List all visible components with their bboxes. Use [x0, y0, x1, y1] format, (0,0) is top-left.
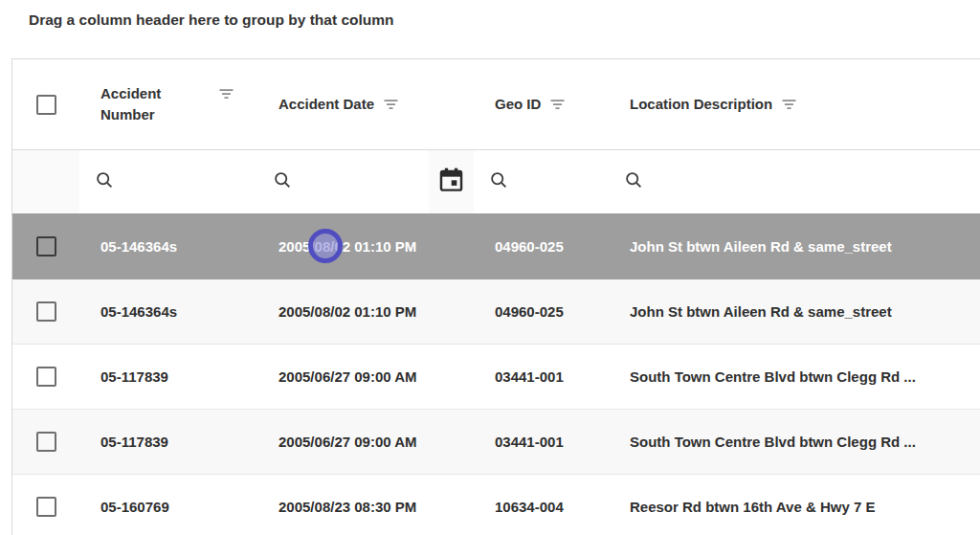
table-row[interactable]: 05-117839 2005/06/27 09:00 AM 03441-001 … — [12, 410, 980, 475]
column-title-location-description: Location Description — [630, 94, 772, 115]
column-title-geo-id: Geo ID — [495, 94, 541, 115]
filter-input-location-description[interactable] — [609, 150, 980, 213]
row-checkbox[interactable] — [36, 432, 56, 452]
row-checkbox-cell — [12, 475, 79, 535]
cell-accident-date: 2005/08/02 01:10 PM — [257, 213, 474, 279]
row-checkbox[interactable] — [36, 301, 56, 322]
cell-geo-id: 04960-025 — [474, 213, 609, 279]
header-filter-icon[interactable] — [383, 99, 399, 111]
row-checkbox-cell — [12, 213, 79, 279]
date-picker-button[interactable] — [429, 150, 474, 213]
filter-cell-accident-date — [257, 150, 474, 213]
cell-geo-id: 04960-025 — [474, 279, 609, 344]
cell-accident-date: 2005/08/02 01:10 PM — [257, 279, 474, 344]
cell-accident-number: 05-146364s — [79, 279, 257, 344]
search-icon — [624, 170, 644, 194]
table-row[interactable]: 05-146364s 2005/08/02 01:10 PM 04960-025… — [12, 279, 980, 345]
row-checkbox-cell — [12, 410, 79, 474]
header-filter-icon[interactable] — [781, 99, 797, 111]
cell-accident-number: 05-117839 — [79, 345, 257, 409]
cell-accident-number: 05-117839 — [79, 410, 257, 474]
header-filter-icon[interactable] — [218, 88, 234, 100]
filter-input-accident-number[interactable] — [79, 150, 257, 213]
cell-geo-id: 10634-004 — [474, 475, 609, 535]
column-title-accident-date: Accident Date — [278, 94, 374, 115]
cell-location-description: Reesor Rd btwn 16th Ave & Hwy 7 E — [609, 475, 980, 535]
table-row[interactable]: 05-160769 2005/08/23 08:30 PM 10634-004 … — [12, 475, 980, 535]
select-all-checkbox[interactable] — [36, 95, 56, 115]
cell-location-description: John St btwn Aileen Rd & same_street — [609, 279, 980, 344]
data-grid: Accident Number Accident Date Geo ID — [11, 58, 980, 535]
column-header-location-description[interactable]: Location Description — [609, 59, 980, 149]
group-panel-drop-zone[interactable]: Drag a column header here to group by th… — [29, 11, 394, 29]
search-icon — [489, 170, 509, 194]
column-title-accident-number: Accident Number — [100, 83, 181, 125]
cell-location-description: John St btwn Aileen Rd & same_street — [609, 213, 980, 279]
grid-header-row: Accident Number Accident Date Geo ID — [12, 59, 980, 150]
row-checkbox[interactable] — [36, 497, 56, 517]
row-checkbox[interactable] — [36, 367, 56, 387]
table-row[interactable]: 05-146364s 2005/08/02 01:10 PM 04960-025… — [12, 213, 980, 279]
cell-accident-date: 2005/06/27 09:00 AM — [257, 345, 474, 409]
row-checkbox[interactable] — [36, 236, 56, 256]
cell-geo-id: 03441-001 — [474, 410, 609, 474]
cell-geo-id: 03441-001 — [474, 345, 609, 409]
search-icon — [95, 170, 115, 194]
cell-accident-date: 2005/08/23 08:30 PM — [257, 475, 474, 535]
cell-location-description: South Town Centre Blvd btwn Clegg Rd ... — [609, 345, 980, 409]
row-checkbox-cell — [12, 345, 79, 409]
filter-input-accident-date[interactable] — [257, 150, 429, 213]
cell-accident-number: 05-146364s — [79, 213, 257, 279]
select-all-cell — [12, 59, 79, 149]
table-row[interactable]: 05-117839 2005/06/27 09:00 AM 03441-001 … — [12, 345, 980, 410]
cell-location-description: South Town Centre Blvd btwn Clegg Rd ... — [609, 410, 980, 474]
column-header-accident-number[interactable]: Accident Number — [79, 59, 257, 149]
cell-accident-number: 05-160769 — [79, 475, 257, 535]
cell-accident-date: 2005/06/27 09:00 AM — [257, 410, 474, 474]
column-header-geo-id[interactable]: Geo ID — [474, 59, 609, 149]
filter-checkbox-spacer — [12, 150, 79, 213]
filter-input-geo-id[interactable] — [474, 150, 609, 213]
search-icon — [273, 170, 293, 194]
calendar-icon — [438, 167, 464, 197]
datagrid-page: Drag a column header here to group by th… — [0, 0, 980, 535]
filter-row — [12, 150, 980, 213]
header-filter-icon[interactable] — [549, 99, 566, 111]
column-header-accident-date[interactable]: Accident Date — [257, 59, 474, 149]
row-checkbox-cell — [12, 279, 79, 344]
